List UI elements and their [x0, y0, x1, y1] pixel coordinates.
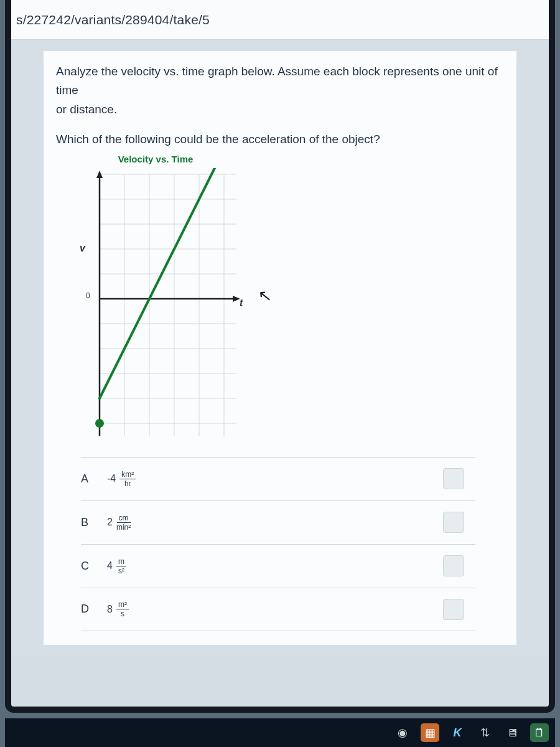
box-icon[interactable]: ▦ — [421, 723, 439, 742]
stem-line-2: or distance. — [56, 100, 504, 119]
monitor-icon[interactable]: 🖥 — [503, 723, 521, 742]
svg-point-21 — [95, 419, 104, 428]
note-icon[interactable]: 🗒 — [530, 723, 549, 742]
choice-d-radio[interactable] — [443, 599, 464, 620]
choice-c[interactable]: C 4 m s² — [81, 544, 475, 588]
devices-icon[interactable]: ⇅ — [475, 723, 494, 742]
choice-letter: A — [81, 470, 107, 488]
choice-a-value: -4 km² hr — [107, 471, 443, 487]
choice-a-radio[interactable] — [443, 468, 464, 489]
y-axis-label: v — [80, 240, 85, 256]
choice-a[interactable]: A -4 km² hr — [81, 457, 475, 500]
origin-label: 0 — [86, 290, 90, 302]
question-card: Analyze the velocity vs. time graph belo… — [44, 51, 516, 645]
chart-title: Velocity vs. Time — [81, 152, 230, 167]
choice-d-value: 8 m² s — [107, 601, 443, 618]
choice-letter: B — [81, 514, 107, 532]
choice-b-radio[interactable] — [443, 512, 464, 533]
screen-panel: s/227242/variants/289404/take/5 Analyze … — [5, 0, 555, 713]
x-axis-label: t — [240, 295, 243, 311]
stem-line-1: Analyze the velocity vs. time graph belo… — [56, 62, 504, 100]
velocity-time-chart: v t 0 ↖ — [75, 168, 255, 442]
choice-b[interactable]: B 2 cm min² — [81, 500, 475, 544]
choice-c-radio[interactable] — [443, 555, 464, 576]
address-bar[interactable]: s/227242/variants/289404/take/5 — [11, 0, 549, 40]
answer-choices: A -4 km² hr B 2 cm — [81, 457, 475, 631]
taskbar: ◉ ▦ K ⇅ 🖥 🗒 — [5, 718, 555, 747]
k-icon[interactable]: K — [448, 723, 467, 742]
url-fragment: s/227242/variants/289404/take/5 — [16, 12, 210, 27]
question-subprompt: Which of the following could be the acce… — [56, 130, 504, 149]
record-icon[interactable]: ◉ — [393, 723, 412, 742]
choice-letter: C — [81, 557, 107, 575]
choice-b-value: 2 cm min² — [107, 514, 443, 531]
svg-line-20 — [100, 168, 218, 398]
cursor-icon: ↖ — [257, 283, 273, 310]
chart-svg — [75, 168, 255, 442]
choice-c-value: 4 m s² — [107, 558, 443, 575]
choice-d[interactable]: D 8 m² s — [81, 588, 475, 631]
choice-letter: D — [81, 600, 107, 618]
content-wrap: Analyze the velocity vs. time graph belo… — [11, 40, 549, 656]
question-stem: Analyze the velocity vs. time graph belo… — [56, 62, 504, 119]
